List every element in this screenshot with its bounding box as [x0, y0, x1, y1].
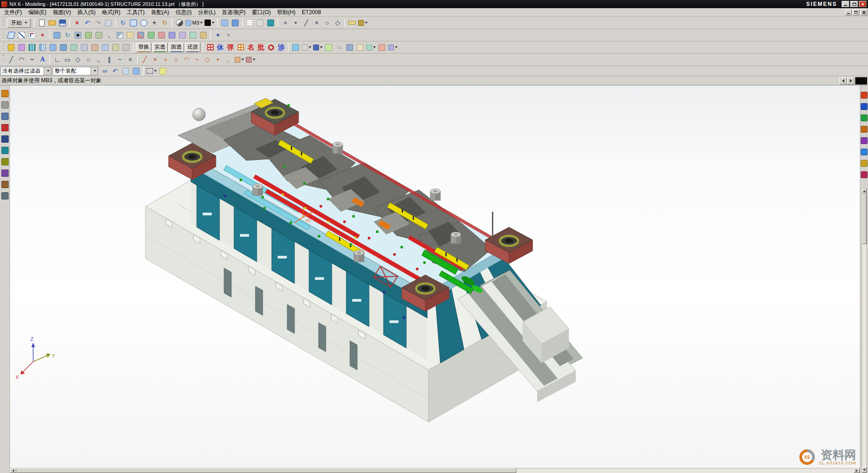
split-body-icon[interactable] [90, 42, 100, 53]
selection-filter-dropdown[interactable]: 没有选择过滤器 [0, 67, 51, 75]
combined-projection-icon[interactable]: • [213, 55, 223, 65]
rotate-view-icon[interactable]: ↻ [160, 18, 170, 28]
toolbar-grip[interactable] [2, 55, 5, 64]
line-icon[interactable]: ╱ [6, 55, 16, 65]
red-circle-icon[interactable] [266, 42, 276, 53]
selection-scope-dropdown[interactable]: 整个装配 [53, 67, 98, 75]
chain-curves-icon[interactable]: ∞ [100, 66, 110, 76]
toolbar-grip[interactable] [2, 18, 5, 27]
offset-surface-icon[interactable] [69, 42, 79, 53]
menu-information[interactable]: 信息(I) [172, 8, 195, 17]
pause-button[interactable]: 休 [215, 42, 225, 53]
menu-file[interactable]: 文件(F) [1, 8, 25, 17]
menu-window[interactable]: 窗口(O) [249, 8, 274, 17]
shaded-view-icon[interactable] [174, 18, 185, 28]
grid-icon[interactable] [265, 18, 276, 28]
scroll-up-button[interactable] [862, 189, 867, 194]
spreadsheet-icon[interactable] [244, 18, 255, 28]
highlight-icon[interactable] [158, 66, 168, 76]
section-curve-icon[interactable]: ○ [171, 55, 181, 65]
intersect-curve-icon[interactable]: + [160, 55, 171, 65]
group-feature-icon[interactable] [110, 42, 121, 53]
midpoint-snap-icon[interactable]: ╱ [301, 18, 311, 28]
wireframe-icon[interactable]: ○ [334, 42, 344, 53]
reuse-library-icon[interactable] [861, 126, 868, 133]
spline-icon[interactable]: ~ [27, 55, 37, 65]
toolbar-grip[interactable] [2, 43, 5, 52]
shell-icon[interactable] [125, 30, 135, 40]
restore-button[interactable]: 还原 [185, 43, 200, 52]
materials-icon[interactable] [861, 171, 868, 178]
edit-curve-dropdown[interactable] [245, 55, 256, 65]
mdi-restore-button[interactable] [853, 10, 859, 15]
mdi-close-button[interactable] [860, 10, 867, 15]
translucency-icon[interactable] [344, 42, 355, 53]
patch-icon[interactable] [188, 30, 198, 40]
chamfer-icon[interactable] [115, 30, 125, 40]
polygon-icon[interactable]: ◇ [73, 55, 83, 65]
press-grid-icon[interactable] [235, 42, 246, 53]
curve-more-dropdown[interactable] [234, 55, 245, 65]
project-curve-icon[interactable]: × [150, 55, 160, 65]
endpoint-snap-icon[interactable]: • [290, 18, 301, 28]
center-snap-icon[interactable]: ○ [322, 18, 332, 28]
window-tile-icon[interactable] [230, 18, 240, 28]
layer-settings-dropdown[interactable] [301, 42, 312, 53]
name-button[interactable]: 名 [246, 42, 256, 53]
menu-assemblies[interactable]: 装配(A) [148, 8, 172, 17]
point-dialog-icon[interactable]: + [213, 30, 223, 40]
zoom-icon[interactable] [139, 18, 149, 28]
delete-icon[interactable]: × [72, 18, 82, 28]
datum-plane-icon[interactable] [6, 30, 16, 40]
open-file-icon[interactable] [47, 18, 57, 28]
rectangle-icon[interactable]: ▭ [62, 55, 73, 65]
menu-help[interactable]: 帮助(H) [274, 8, 299, 17]
unite-icon[interactable] [146, 30, 156, 40]
vertical-scroll-thumb[interactable] [862, 194, 867, 244]
ellipse-icon[interactable]: ○ [83, 55, 94, 65]
left-toolbar-icon-5[interactable] [1, 135, 9, 143]
save-icon[interactable] [57, 18, 68, 28]
left-toolbar-icon-10[interactable] [1, 192, 9, 199]
previous-selection-icon[interactable]: ↶ [110, 66, 120, 76]
menu-insert[interactable]: 插入(S) [74, 8, 99, 17]
suppress-feature-icon[interactable] [121, 42, 131, 53]
left-toolbar-icon-4[interactable] [1, 124, 9, 131]
menu-view[interactable]: 视图(V) [50, 8, 74, 17]
move-face-icon[interactable] [198, 30, 209, 40]
annotation-dropdown[interactable] [357, 18, 369, 28]
maximize-button[interactable] [850, 1, 858, 7]
graphics-window[interactable]: XC Z Y X [10, 85, 860, 468]
vertical-scrollbar[interactable] [862, 188, 867, 473]
history-palette-icon[interactable] [861, 160, 868, 167]
bridge-curve-icon[interactable]: ◠ [181, 55, 192, 65]
studio-spline-icon[interactable]: ~ [115, 55, 125, 65]
text-icon[interactable]: A [37, 55, 48, 65]
left-toolbar-icon-2[interactable] [1, 101, 9, 109]
prompt-scroll-left-button[interactable] [839, 77, 847, 85]
profile-icon[interactable]: ∟ [52, 55, 62, 65]
part-navigator-icon[interactable] [861, 115, 868, 121]
extract-body-icon[interactable] [58, 42, 69, 53]
new-file-icon[interactable] [36, 18, 47, 28]
internet-explorer-icon[interactable] [861, 149, 868, 155]
view-m3-dropdown[interactable]: M3 [185, 18, 204, 28]
boss-icon[interactable] [83, 30, 94, 40]
solid-transparent-button[interactable]: 实透 [152, 43, 168, 52]
fillet-icon[interactable]: ◟ [94, 55, 104, 65]
datum-csys-icon[interactable] [27, 30, 37, 40]
mirror-feature-icon[interactable] [37, 42, 48, 53]
scroll-track[interactable] [516, 468, 853, 473]
left-toolbar-icon-1[interactable] [1, 90, 9, 97]
show-hide-icon[interactable] [290, 42, 301, 53]
pocket-icon[interactable] [94, 30, 104, 40]
left-toolbar-icon-7[interactable] [1, 158, 9, 165]
spine-curve-icon[interactable]: ◟ [223, 55, 234, 65]
interpart-copy-icon[interactable] [16, 42, 27, 53]
quick-pick-icon[interactable] [131, 66, 141, 76]
left-toolbar-icon-8[interactable] [1, 169, 9, 177]
horizontal-scroll-thumb[interactable] [16, 468, 516, 473]
prompt-scroll-right-button[interactable] [847, 77, 854, 85]
3d-model-scene[interactable]: XC Z Y X [10, 85, 860, 468]
trim-body-icon[interactable] [135, 30, 146, 40]
